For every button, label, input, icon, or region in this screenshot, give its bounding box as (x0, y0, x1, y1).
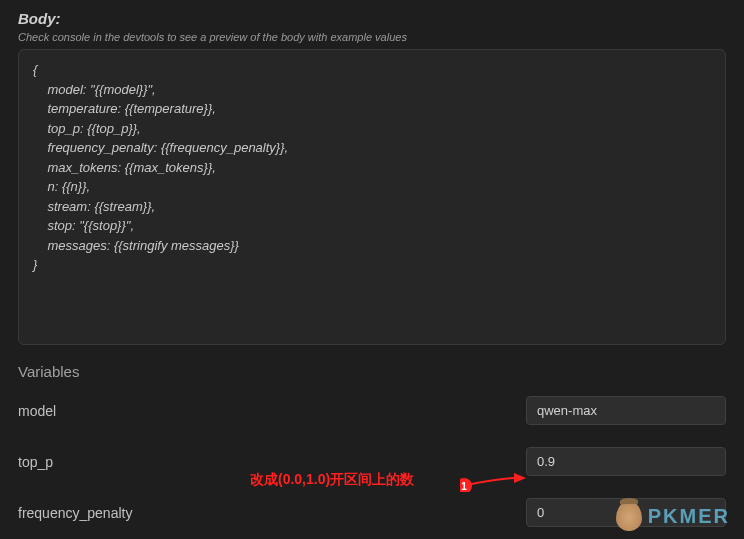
annotation-text: 改成(0.0,1.0)开区间上的数 (250, 471, 414, 489)
variable-row-model: model (18, 396, 726, 425)
variable-input-top-p[interactable] (526, 447, 726, 476)
variable-label-model: model (18, 403, 56, 419)
body-section-title: Body: (18, 10, 726, 27)
variables-section-title: Variables (18, 363, 726, 380)
body-code-editor[interactable]: { model: "{{model}}", temperature: {{tem… (18, 49, 726, 345)
annotation-marker-number: 1 (461, 481, 467, 492)
variable-input-model[interactable] (526, 396, 726, 425)
body-hint-text: Check console in the devtools to see a p… (18, 31, 726, 43)
watermark-logo-icon (616, 501, 642, 531)
watermark-text: PKMER (648, 505, 730, 528)
annotation-arrow-icon: 1 (460, 468, 528, 492)
watermark: PKMER (616, 501, 730, 531)
variable-label-frequency-penalty: frequency_penalty (18, 505, 132, 521)
svg-marker-0 (514, 473, 526, 483)
variable-label-top-p: top_p (18, 454, 53, 470)
